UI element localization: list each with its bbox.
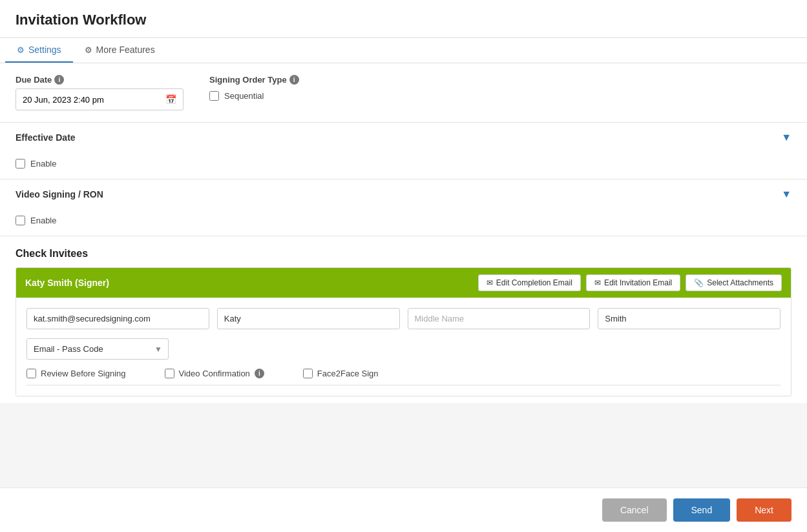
invitee-body: kat.smith@securedsigning.com Katy Smith …: [16, 298, 791, 396]
tab-more-features[interactable]: ⚙ More Features: [73, 38, 167, 63]
video-confirmation-checkbox[interactable]: [165, 369, 174, 378]
sequential-label: Sequential: [224, 91, 264, 101]
video-signing-section: Video Signing / RON ▼ Enable: [0, 179, 807, 236]
face2face-sign-label: Face2Face Sign: [317, 369, 379, 378]
invitee-fields-row: kat.smith@securedsigning.com Katy Smith: [26, 308, 781, 329]
check-invitees-title: Check Invitees: [16, 248, 791, 260]
invitee-name: Katy Smith (Signer): [25, 278, 109, 288]
tab-settings[interactable]: ⚙ Settings: [5, 38, 73, 63]
signing-order-info-icon: i: [289, 75, 299, 85]
video-signing-chevron-icon: ▼: [781, 189, 791, 200]
effective-date-enable-label: Enable: [30, 159, 56, 169]
effective-date-body: Enable: [0, 152, 807, 179]
invitee-first-name-field[interactable]: Katy: [217, 308, 400, 329]
effective-date-section: Effective Date ▼ Enable: [0, 123, 807, 179]
invitee-last-name-field[interactable]: Smith: [598, 308, 781, 329]
video-confirmation-label: Video Confirmation: [179, 369, 250, 378]
main-content: Due Date i 20 Jun, 2023 2:40 pm 📅 Signin…: [0, 63, 807, 403]
signing-order-group: Signing Order Type i Sequential: [209, 75, 299, 101]
check-invitees-section: Check Invitees Katy Smith (Signer) ✉ Edi…: [0, 236, 807, 403]
video-signing-body: Enable: [0, 209, 807, 236]
invitee-divider: [26, 385, 781, 385]
video-signing-checkbox[interactable]: [16, 216, 25, 225]
invitee-card: Katy Smith (Signer) ✉ Edit Completion Em…: [16, 267, 791, 396]
invitee-checkboxes-row: Review Before Signing Video Confirmation…: [26, 369, 781, 378]
tabs-bar: ⚙ Settings ⚙ More Features: [0, 38, 807, 63]
due-date-label: Due Date i: [16, 75, 183, 85]
face2face-sign-checkbox[interactable]: [303, 369, 313, 378]
edit-invitation-email-button[interactable]: ✉ Edit Invitation Email: [586, 274, 680, 291]
calendar-icon[interactable]: 📅: [159, 89, 183, 110]
video-signing-enable-label: Enable: [30, 216, 56, 225]
auth-method-wrapper: Email - Pass Code SMS None ▼: [26, 338, 169, 360]
review-before-signing-label: Review Before Signing: [41, 369, 126, 378]
page-title: Invitation Workflow: [16, 12, 146, 28]
signing-order-label: Signing Order Type i: [209, 75, 299, 85]
video-signing-title: Video Signing / RON: [16, 189, 103, 200]
video-signing-enable-row: Enable: [16, 216, 791, 225]
more-features-icon: ⚙: [85, 45, 92, 55]
invitation-email-icon: ✉: [594, 278, 601, 287]
invitee-email-field[interactable]: kat.smith@securedsigning.com: [26, 308, 209, 329]
completion-email-icon: ✉: [487, 278, 493, 287]
effective-date-header[interactable]: Effective Date ▼: [0, 123, 807, 152]
effective-date-enable-row: Enable: [16, 159, 791, 169]
due-date-info-icon: i: [54, 75, 64, 85]
due-date-section: Due Date i 20 Jun, 2023 2:40 pm 📅 Signin…: [0, 63, 807, 123]
select-attachments-button[interactable]: 📎 Select Attachments: [686, 274, 782, 291]
effective-date-chevron-icon: ▼: [781, 132, 791, 143]
review-before-signing-item: Review Before Signing: [26, 369, 126, 378]
sequential-checkbox[interactable]: [209, 91, 219, 101]
edit-completion-email-button[interactable]: ✉ Edit Completion Email: [478, 274, 581, 291]
invitee-actions: ✉ Edit Completion Email ✉ Edit Invitatio…: [478, 274, 782, 291]
auth-method-select[interactable]: Email - Pass Code SMS None: [26, 338, 169, 360]
video-confirmation-item: Video Confirmation i: [165, 369, 264, 378]
page-header: Invitation Workflow: [0, 0, 807, 38]
effective-date-title: Effective Date: [16, 132, 76, 143]
video-signing-header[interactable]: Video Signing / RON ▼: [0, 179, 807, 209]
settings-icon: ⚙: [17, 45, 25, 55]
due-date-input-wrapper: 20 Jun, 2023 2:40 pm 📅: [16, 88, 183, 110]
face2face-sign-item: Face2Face Sign: [303, 369, 379, 378]
sequential-checkbox-row: Sequential: [209, 91, 299, 101]
due-date-group: Due Date i 20 Jun, 2023 2:40 pm 📅: [16, 75, 183, 110]
attachments-icon: 📎: [694, 278, 704, 287]
invitee-header: Katy Smith (Signer) ✉ Edit Completion Em…: [16, 268, 791, 298]
video-confirmation-info-icon: i: [255, 369, 264, 378]
due-date-input[interactable]: 20 Jun, 2023 2:40 pm: [16, 90, 159, 110]
effective-date-checkbox[interactable]: [16, 159, 25, 169]
invitee-middle-name-field[interactable]: [408, 308, 591, 329]
review-before-signing-checkbox[interactable]: [26, 369, 36, 378]
